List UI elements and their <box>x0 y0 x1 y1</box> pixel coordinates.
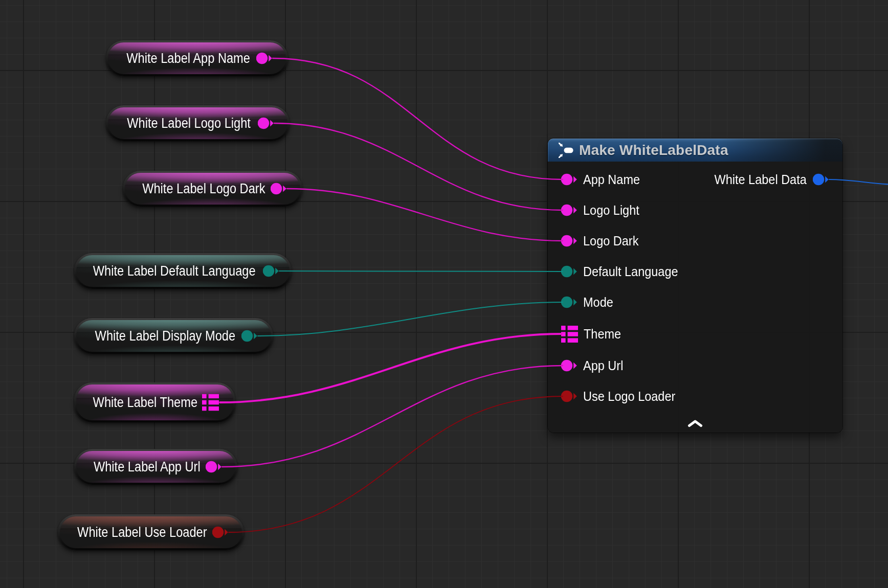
variable-node-app-name[interactable]: White Label App Name <box>106 40 288 76</box>
output-pin-v_app_name[interactable] <box>256 52 273 65</box>
input-pin-in_mode[interactable] <box>561 296 578 309</box>
pill-body: White Label Default Language <box>76 255 290 287</box>
input-label: App Url <box>583 358 626 373</box>
input-row-default-language[interactable]: Default Language <box>561 262 684 281</box>
variable-node-logo-light[interactable]: White Label Logo Light <box>106 105 290 141</box>
variable-label: White Label Default Language <box>91 255 258 287</box>
output-pin-v_logo_dark[interactable] <box>271 182 287 195</box>
input-pin-in_use_logo_loader[interactable] <box>561 390 578 403</box>
input-row-use-logo-loader[interactable]: Use Logo Loader <box>561 387 681 405</box>
pill-body: White Label App Name <box>108 42 286 74</box>
pill-body: White Label Use Loader <box>60 516 242 548</box>
input-row-logo-dark[interactable]: Logo Dark <box>561 232 642 250</box>
input-label: Theme <box>584 327 624 342</box>
variable-label: White Label App Name <box>122 42 254 74</box>
input-label: Use Logo Loader <box>583 389 681 404</box>
output-pin-v_logo_light[interactable] <box>258 117 274 130</box>
output-pin-v_theme[interactable] <box>202 394 219 411</box>
variable-label: White Label Logo Light <box>122 107 256 139</box>
input-label: Logo Dark <box>583 234 642 248</box>
blueprint-canvas[interactable]: White Label App NameWhite Label Logo Lig… <box>0 0 888 588</box>
variable-node-theme[interactable]: White Label Theme <box>74 382 235 422</box>
input-label: App Name <box>583 172 643 187</box>
input-row-mode[interactable]: Mode <box>561 293 615 311</box>
output-pin-v_default_language[interactable] <box>263 264 279 278</box>
variable-label: White Label Use Loader <box>74 516 210 548</box>
input-pin-in_default_language[interactable] <box>561 265 578 278</box>
pill-body: White Label Display Mode <box>76 320 271 352</box>
variable-node-default-language[interactable]: White Label Default Language <box>74 253 292 289</box>
input-row-app-name[interactable]: App Name <box>561 170 643 189</box>
output-pin-v_app_url[interactable] <box>206 460 222 473</box>
pill-body: White Label App Url <box>76 451 235 483</box>
output-pin-v_display_mode[interactable] <box>241 329 258 343</box>
variable-node-use-loader[interactable]: White Label Use Loader <box>58 514 244 550</box>
input-pin-in_logo_light[interactable] <box>561 203 578 217</box>
input-label: Mode <box>583 295 615 310</box>
make-struct-icon <box>559 143 574 158</box>
input-row-app-url[interactable]: App Url <box>561 356 626 375</box>
pill-body: White Label Theme <box>76 385 233 420</box>
variable-node-app-url[interactable]: White Label App Url <box>74 449 237 485</box>
output-row-white-label-data[interactable]: White Label Data <box>708 170 829 189</box>
pill-body: White Label Logo Light <box>108 107 287 139</box>
nodes-layer: White Label App NameWhite Label Logo Lig… <box>0 0 888 588</box>
pill-body: White Label Logo Dark <box>125 173 300 205</box>
input-pin-in_app_url[interactable] <box>561 359 578 372</box>
variable-label: White Label App Url <box>91 451 204 483</box>
variable-node-display-mode[interactable]: White Label Display Mode <box>74 318 273 354</box>
input-pin-in_logo_dark[interactable] <box>561 234 578 247</box>
chevron-up-icon[interactable] <box>686 419 704 427</box>
node-title-bar[interactable]: Make WhiteLabelData <box>548 139 842 162</box>
input-row-logo-light[interactable]: Logo Light <box>561 201 643 219</box>
input-pin-in_theme[interactable] <box>561 326 578 343</box>
output-label: White Label Data <box>708 172 807 187</box>
input-pin-in_app_name[interactable] <box>561 173 578 186</box>
output-pin-out_white_label_data[interactable] <box>813 173 829 186</box>
variable-label: White Label Logo Dark <box>139 173 269 205</box>
output-pin-v_use_loader[interactable] <box>212 526 229 539</box>
input-label: Default Language <box>583 264 684 279</box>
make-whitelabeldata-node[interactable]: Make WhiteLabelDataApp NameLogo LightLog… <box>548 139 842 433</box>
variable-label: White Label Theme <box>95 385 195 420</box>
input-label: Logo Light <box>583 203 643 218</box>
input-row-theme[interactable]: Theme <box>561 325 624 343</box>
node-title: Make WhiteLabelData <box>579 142 728 159</box>
variable-label: White Label Display Mode <box>91 320 239 352</box>
variable-node-logo-dark[interactable]: White Label Logo Dark <box>123 171 302 207</box>
